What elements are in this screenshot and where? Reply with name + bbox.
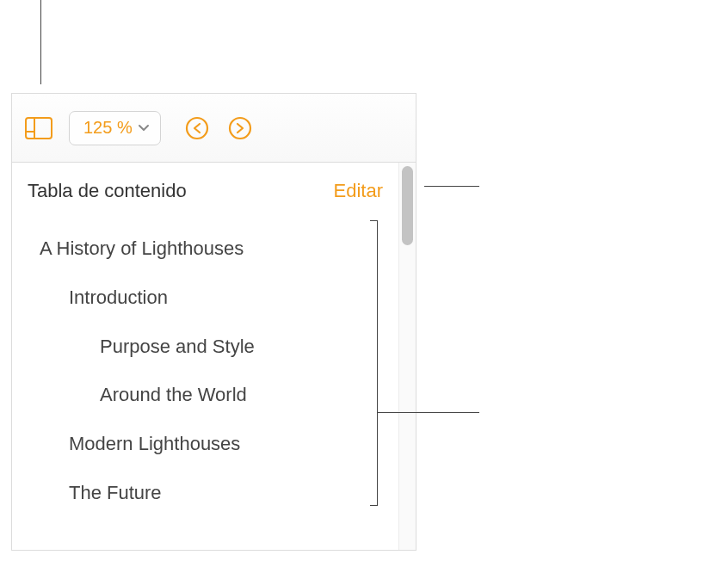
svg-rect-0 [26, 118, 52, 139]
app-panel: 125 % Tabla de contenido [11, 93, 416, 551]
view-mode-button[interactable] [19, 114, 59, 143]
toc-item[interactable]: Purpose and Style [28, 323, 383, 372]
scrollbar-track[interactable] [398, 163, 416, 550]
chevron-down-icon [138, 124, 150, 133]
zoom-dropdown[interactable]: 125 % [69, 111, 161, 145]
toc-header: Tabla de contenido Editar [28, 180, 383, 202]
callout-line-edit [424, 186, 479, 187]
toc-title: Tabla de contenido [28, 180, 187, 202]
undo-icon [185, 116, 209, 140]
toc-panel: Tabla de contenido Editar A History of L… [12, 163, 398, 550]
toc-item[interactable]: Modern Lighthouses [28, 420, 383, 469]
toc-list: A History of Lighthouses Introduction Pu… [28, 225, 383, 518]
redo-button[interactable] [226, 114, 254, 142]
scrollbar-thumb[interactable] [402, 166, 413, 245]
svg-point-3 [187, 118, 207, 139]
sidebar-view-icon [25, 117, 52, 139]
toc-item[interactable]: The Future [28, 469, 383, 518]
toc-item[interactable]: Introduction [28, 274, 383, 323]
redo-icon [228, 116, 252, 140]
edit-button[interactable]: Editar [334, 180, 383, 202]
undo-button[interactable] [183, 114, 211, 142]
undo-redo-group [183, 114, 254, 142]
svg-point-4 [230, 118, 250, 139]
toc-item[interactable]: A History of Lighthouses [28, 225, 383, 274]
callout-bracket-toc [377, 220, 378, 506]
sidebar-content: Tabla de contenido Editar A History of L… [12, 163, 416, 550]
callout-line-toc [378, 412, 479, 413]
toc-item[interactable]: Around the World [28, 371, 383, 420]
toolbar: 125 % [12, 94, 416, 163]
callout-line-top [40, 0, 41, 84]
zoom-value: 125 % [83, 118, 133, 138]
